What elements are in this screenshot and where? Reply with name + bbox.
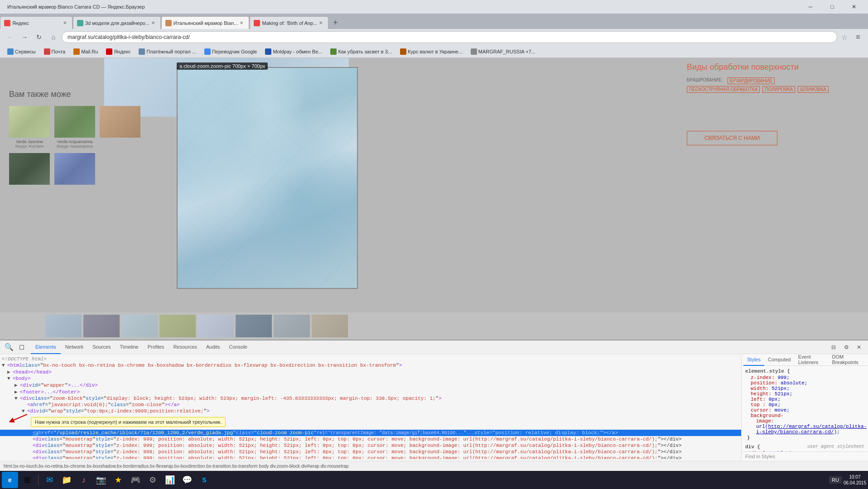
bookmark-servisy[interactable]: Сервисы	[4, 47, 39, 57]
dom-zoom-close-link[interactable]: <a href="javascript:void(0);" class="zoo…	[0, 402, 741, 408]
bookmark-margraf[interactable]: MARGRAF_RUSSIA +7...	[467, 47, 539, 57]
tab-close-making[interactable]: ✕	[317, 19, 324, 27]
tab-yandex[interactable]: Яндекс ✕	[0, 16, 72, 29]
bookmark-moldpay[interactable]: Moldpay - обмен Ве...	[261, 47, 326, 57]
dt-tab-network[interactable]: Network	[61, 340, 88, 354]
product-name-ru-2: Верде Аквамарина	[54, 144, 95, 149]
back-button[interactable]: ←	[4, 31, 16, 43]
devtools-icon-bar: ⊟ ⚙ ✕	[828, 342, 864, 353]
taskbar-ie-icon[interactable]: e	[2, 472, 18, 488]
surface-tag-polish[interactable]: ПОЛИРОВКА	[762, 86, 795, 93]
dom-html[interactable]: ▼ <html class="bx-no-touch bx-no-retina …	[0, 362, 741, 369]
new-tab-button[interactable]: +	[329, 16, 342, 29]
product-verde-jasmine[interactable]: Verde Jasmine Верде Жасмин	[9, 106, 50, 149]
address-bar[interactable]: margraf.su/catalog/plitka-i-sleby/bianco…	[62, 31, 837, 43]
tab-margraf[interactable]: Итальянский мрамор Bian... ✕	[161, 16, 250, 29]
close-button[interactable]: ✕	[844, 0, 864, 14]
strip-item-6	[274, 315, 310, 337]
contact-button[interactable]: СВЯЗАТЬСЯ С НАМИ	[687, 131, 777, 145]
tab-close-yandex[interactable]: ✕	[61, 19, 68, 27]
dom-zoom-block[interactable]: ▼ <div class="zoom-block" style="display…	[0, 395, 741, 402]
dom-body[interactable]: ▼ <body>	[0, 375, 741, 382]
dt-tab-audits[interactable]: Audits	[202, 340, 225, 354]
devtools-close-button[interactable]: ✕	[854, 342, 864, 353]
dt-tab-resources[interactable]: Resources	[169, 340, 202, 354]
html-arrow[interactable]: ▼	[2, 363, 7, 368]
surface-tag-bucharding[interactable]: БУЧАРДИРОВАНИЕ	[728, 77, 775, 84]
strip-item-0	[45, 315, 82, 337]
dom-head[interactable]: ▶ <head></head>	[0, 369, 741, 375]
styles-tab-event-listeners[interactable]: Event Listeners	[795, 354, 829, 366]
styles-tab-styles[interactable]: Styles	[743, 354, 764, 366]
product-verde-acquamarina[interactable]: Verde Acquamarina Верде Аквамарина	[54, 106, 95, 149]
node-button[interactable]: □	[16, 342, 27, 353]
taskbar-game-icon[interactable]: 🎮	[127, 472, 144, 488]
body-arrow[interactable]: ▼	[7, 376, 13, 381]
devtools-settings-button[interactable]: ⚙	[841, 342, 852, 353]
taskbar-chart-icon[interactable]: 📊	[162, 472, 178, 488]
devtools-dock-button[interactable]: ⊟	[828, 342, 839, 353]
bookmark-translate[interactable]: Переводчик Google	[201, 47, 261, 57]
bg-image-link[interactable]: http://margraf.su/catalog/plitka-i-sleby…	[756, 424, 867, 435]
dom-footer[interactable]: ▶ <footer>...</footer>	[0, 388, 741, 395]
bookmark-star[interactable]: ☆	[839, 32, 850, 43]
surface-tag-grind[interactable]: ШЛИФОВКА	[798, 86, 828, 93]
taskbar-skype-icon[interactable]: S	[196, 472, 212, 488]
zoom-block-arrow[interactable]: ▼	[14, 396, 20, 401]
page-background: a.cloud-zoom.zoom-pic 700px × 700px Виды…	[0, 58, 868, 340]
inspect-button[interactable]: 🔍	[4, 342, 14, 353]
head-arrow[interactable]: ▶	[7, 369, 13, 375]
dom-scroll-area[interactable]: <!DOCTYPE html> ▼ <html class="bx-no-tou…	[0, 356, 741, 459]
bookmark-currency[interactable]: Курс валют в Украине...	[396, 47, 466, 57]
taskbar-camera-icon[interactable]: 📷	[93, 472, 109, 488]
bookmark-howto[interactable]: Как убрать засвет в 3...	[327, 47, 395, 57]
mt1-tag: <div	[33, 436, 44, 442]
minimize-button[interactable]: ─	[800, 0, 821, 14]
bookmark-label-pochta: Почта	[52, 49, 66, 54]
bookmark-yandex[interactable]: Яндекс	[102, 47, 134, 57]
taskbar-mail-icon[interactable]: ✉	[41, 472, 58, 488]
product-3[interactable]	[100, 106, 140, 149]
taskbar-chat-icon[interactable]: 💬	[179, 472, 195, 488]
styles-tab-dom-breakpoints[interactable]: DOM Breakpoints	[829, 354, 866, 366]
taskbar-lang-indicator[interactable]: RU	[829, 476, 842, 484]
dom-wrapper[interactable]: ▶ <div id="wrapper" >...</div>	[0, 382, 741, 388]
dom-mousetrap-3[interactable]: <div class="mousetrap" style="z-index: 9…	[0, 449, 741, 455]
forward-button[interactable]: →	[18, 31, 31, 43]
dom-mousetrap-2[interactable]: <div class="mousetrap" style="z-index: 9…	[0, 442, 741, 449]
wrapper-arrow[interactable]: ▶	[14, 382, 20, 388]
bookmark-payment[interactable]: Платёжный портал ...	[135, 47, 200, 57]
dom-mousetrap-1[interactable]: <div class="mousetrap" style="z-index: 9…	[0, 436, 741, 442]
window-controls: ─ □ ✕	[800, 0, 864, 14]
footer-arrow[interactable]: ▶	[14, 389, 20, 395]
tab-making[interactable]: Making of: 'Birth of Anp... ✕	[250, 16, 328, 29]
product-4[interactable]	[9, 153, 50, 187]
dom-wrap-div[interactable]: ▼ <div id="wrap" style="top:0px;z-index:…	[0, 408, 741, 414]
bookmark-label-servisy: Сервисы	[15, 49, 36, 54]
tab-3d[interactable]: 3d модели для дизайнеро... ✕	[73, 16, 161, 29]
tab-close-margraf[interactable]: ✕	[238, 19, 245, 27]
dt-tab-sources[interactable]: Sources	[88, 340, 115, 354]
tab-close-3d[interactable]: ✕	[149, 19, 157, 27]
taskbar-settings-icon[interactable]: ⚙	[145, 472, 161, 488]
refresh-button[interactable]: ↻	[33, 31, 45, 43]
styles-tab-computed[interactable]: Computed	[764, 354, 795, 366]
styles-content-area[interactable]: element.style { z-index: 999; position: …	[742, 366, 868, 451]
taskbar-win-icon[interactable]: ⊞	[19, 472, 35, 488]
dom-mousetrap-4[interactable]: <div class="mousetrap" style="z-index: 9…	[0, 455, 741, 459]
dt-tab-console[interactable]: Console	[225, 340, 252, 354]
bookmark-pochta[interactable]: Почта	[40, 47, 69, 57]
taskbar-star-icon[interactable]: ★	[110, 472, 126, 488]
bookmark-mailru[interactable]: Mail.Ru	[70, 47, 101, 57]
dom-selected-anchor[interactable]: <a href="/upload/resize_cache/iblock/71a…	[0, 430, 741, 436]
dt-tab-elements[interactable]: Elements	[31, 340, 61, 354]
taskbar-folder-icon[interactable]: 📁	[58, 472, 75, 488]
product-5[interactable]	[54, 153, 95, 187]
surface-tag-sandblast[interactable]: ПЕСКОСТРУЙНАЯ ОБРАБОТКА	[687, 86, 760, 93]
home-button[interactable]: ⌂	[47, 31, 60, 43]
taskbar-music-icon[interactable]: ♪	[76, 472, 92, 488]
dt-tab-timeline[interactable]: Timeline	[116, 340, 143, 354]
dt-tab-profiles[interactable]: Profiles	[143, 340, 169, 354]
menu-button[interactable]: ≡	[852, 31, 864, 43]
maximize-button[interactable]: □	[822, 0, 843, 14]
